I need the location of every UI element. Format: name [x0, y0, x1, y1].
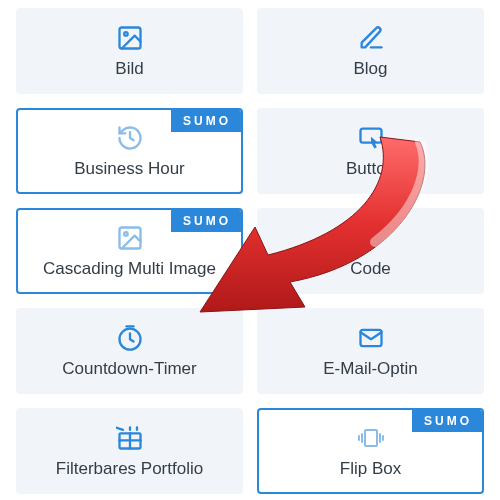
clock-icon [116, 323, 144, 353]
svg-line-5 [368, 229, 373, 248]
tile-bild[interactable]: Bild [16, 8, 243, 94]
image-icon [116, 23, 144, 53]
tile-label: Countdown-Timer [18, 359, 241, 379]
code-icon [357, 223, 385, 253]
tile-label: Flip Box [259, 459, 482, 479]
mail-icon [357, 323, 385, 353]
svg-line-11 [116, 428, 123, 430]
svg-point-4 [124, 232, 128, 236]
tile-button[interactable]: Button [257, 108, 484, 194]
flip-icon [356, 423, 386, 453]
tile-label: Filterbares Portfolio [18, 459, 241, 479]
clock-back-icon [116, 123, 144, 153]
tile-business-hour[interactable]: SUMO Business Hour [16, 108, 243, 194]
tile-label: Code [259, 259, 482, 279]
tile-label: E-Mail-Optin [259, 359, 482, 379]
sumo-badge: SUMO [171, 110, 241, 132]
sumo-badge: SUMO [171, 210, 241, 232]
tile-code[interactable]: Code [257, 208, 484, 294]
tile-cascading[interactable]: SUMO Cascading Multi Image [16, 208, 243, 294]
tile-countdown[interactable]: Countdown-Timer [16, 308, 243, 394]
tile-email[interactable]: E-Mail-Optin [257, 308, 484, 394]
image-icon [116, 223, 144, 253]
edit-icon [357, 23, 385, 53]
tile-label: Blog [259, 59, 482, 79]
button-click-icon [357, 123, 385, 153]
tile-portfolio[interactable]: Filterbares Portfolio [16, 408, 243, 494]
svg-point-1 [124, 32, 128, 36]
tile-label: Business Hour [18, 159, 241, 179]
tile-flipbox[interactable]: SUMO Flip Box [257, 408, 484, 494]
tile-blog[interactable]: Blog [257, 8, 484, 94]
tile-label: Cascading Multi Image [18, 259, 241, 279]
tile-label: Bild [18, 59, 241, 79]
tile-label: Button [259, 159, 482, 179]
svg-rect-14 [365, 430, 377, 446]
module-grid: Bild Blog SUMO Business Hour Button SUMO… [0, 0, 500, 500]
sumo-badge: SUMO [412, 410, 482, 432]
grid-icon [116, 423, 144, 453]
